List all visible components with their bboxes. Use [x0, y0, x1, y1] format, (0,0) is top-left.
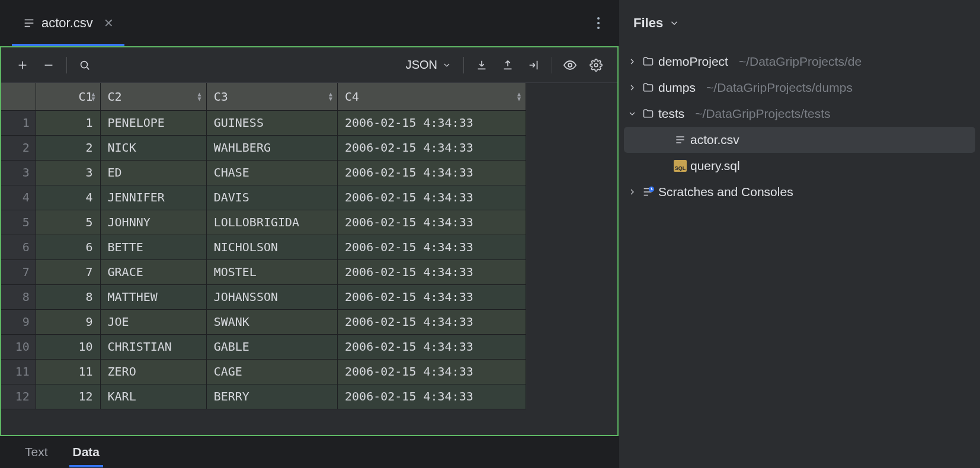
cell[interactable]: BERRY [206, 384, 337, 409]
row-number: 12 [1, 384, 36, 409]
cell[interactable]: ED [100, 160, 206, 185]
cell[interactable]: 2006-02-15 4:34:33 [338, 259, 526, 284]
cell[interactable]: MATTHEW [100, 284, 206, 309]
more-icon[interactable] [590, 15, 607, 31]
cell[interactable]: 7 [36, 259, 100, 284]
files-header[interactable]: Files [619, 0, 980, 46]
tree-node-dumps[interactable]: dumps ~/DataGripProjects/dumps [624, 75, 975, 101]
row-number: 11 [1, 359, 36, 384]
cell[interactable]: 10 [36, 334, 100, 359]
table-row[interactable]: 1010CHRISTIANGABLE2006-02-15 4:34:33 [1, 334, 526, 359]
table-row[interactable]: 77GRACEMOSTEL2006-02-15 4:34:33 [1, 259, 526, 284]
search-button[interactable] [73, 53, 97, 77]
cell[interactable]: JOE [100, 309, 206, 334]
cell[interactable]: 2006-02-15 4:34:33 [338, 309, 526, 334]
cell[interactable]: CHASE [206, 160, 337, 185]
to-editor-button[interactable] [522, 53, 546, 77]
cell[interactable]: 2006-02-15 4:34:33 [338, 110, 526, 135]
tree-node-actor-csv[interactable]: actor.csv [624, 127, 975, 153]
row-number-header[interactable] [1, 83, 36, 110]
remove-row-button[interactable] [37, 53, 60, 77]
cell[interactable]: 2006-02-15 4:34:33 [338, 334, 526, 359]
table-row[interactable]: 66BETTENICHOLSON2006-02-15 4:34:33 [1, 235, 526, 259]
cell[interactable]: WAHLBERG [206, 135, 337, 160]
cell[interactable]: JOHANSSON [206, 284, 337, 309]
table-row[interactable]: 11PENELOPEGUINESS2006-02-15 4:34:33 [1, 110, 526, 135]
tree-node-query-sql[interactable]: query.sql [624, 153, 975, 179]
chevron-down-icon [442, 60, 451, 70]
settings-button[interactable] [584, 53, 608, 77]
cell[interactable]: 6 [36, 235, 100, 259]
cell[interactable]: JOHNNY [100, 210, 206, 235]
data-grid[interactable]: C1▲▼ C2▲▼ C3▲▼ C4▲▼ 11PENELOPEGUINESS200… [1, 83, 617, 435]
column-header-c2[interactable]: C2▲▼ [100, 83, 206, 110]
cell[interactable]: 2006-02-15 4:34:33 [338, 284, 526, 309]
tree-node-tests[interactable]: tests ~/DataGripProjects/tests [624, 101, 975, 127]
cell[interactable]: CHRISTIAN [100, 334, 206, 359]
cell[interactable]: GRACE [100, 259, 206, 284]
cell[interactable]: CAGE [206, 359, 337, 384]
cell[interactable]: 2006-02-15 4:34:33 [338, 135, 526, 160]
table-row[interactable]: 22NICKWAHLBERG2006-02-15 4:34:33 [1, 135, 526, 160]
file-lines-icon [23, 17, 36, 30]
export-format-dropdown[interactable]: JSON [399, 58, 459, 72]
sort-icon: ▲▼ [517, 92, 521, 101]
column-header-c1[interactable]: C1▲▼ [36, 83, 100, 110]
cell[interactable]: PENELOPE [100, 110, 206, 135]
cell[interactable]: GUINESS [206, 110, 337, 135]
cell[interactable]: JENNIFER [100, 185, 206, 210]
chevron-down-icon [669, 18, 680, 28]
cell[interactable]: 2006-02-15 4:34:33 [338, 160, 526, 185]
add-row-button[interactable] [11, 53, 34, 77]
bottom-tabs: Text Data [0, 436, 619, 468]
cell[interactable]: 2006-02-15 4:34:33 [338, 384, 526, 409]
table-row[interactable]: 44JENNIFERDAVIS2006-02-15 4:34:33 [1, 185, 526, 210]
tab-data[interactable]: Data [69, 438, 104, 466]
cell[interactable]: 2006-02-15 4:34:33 [338, 210, 526, 235]
row-number: 2 [1, 135, 36, 160]
view-button[interactable] [558, 53, 582, 77]
cell[interactable]: 2006-02-15 4:34:33 [338, 359, 526, 384]
cell[interactable]: 9 [36, 309, 100, 334]
cell[interactable]: 12 [36, 384, 100, 409]
cell[interactable]: LOLLOBRIGIDA [206, 210, 337, 235]
tree-node-demoproject[interactable]: demoProject ~/DataGripProjects/de [624, 49, 975, 75]
table-row[interactable]: 88MATTHEWJOHANSSON2006-02-15 4:34:33 [1, 284, 526, 309]
cell[interactable]: MOSTEL [206, 259, 337, 284]
cell[interactable]: GABLE [206, 334, 337, 359]
cell[interactable]: 2006-02-15 4:34:33 [338, 185, 526, 210]
export-button[interactable] [496, 53, 520, 77]
data-view: JSON [0, 46, 619, 436]
cell[interactable]: 4 [36, 185, 100, 210]
cell[interactable]: SWANK [206, 309, 337, 334]
row-number: 9 [1, 309, 36, 334]
table-row[interactable]: 99JOESWANK2006-02-15 4:34:33 [1, 309, 526, 334]
table-row[interactable]: 1111ZEROCAGE2006-02-15 4:34:33 [1, 359, 526, 384]
cell[interactable]: BETTE [100, 235, 206, 259]
cell[interactable]: 8 [36, 284, 100, 309]
tab-text[interactable]: Text [21, 438, 52, 466]
import-button[interactable] [470, 53, 494, 77]
table-row[interactable]: 33EDCHASE2006-02-15 4:34:33 [1, 160, 526, 185]
cell[interactable]: NICK [100, 135, 206, 160]
cell[interactable]: DAVIS [206, 185, 337, 210]
cell[interactable]: NICHOLSON [206, 235, 337, 259]
close-icon[interactable]: ✕ [104, 16, 114, 30]
row-number: 3 [1, 160, 36, 185]
table-row[interactable]: 1212KARLBERRY2006-02-15 4:34:33 [1, 384, 526, 409]
row-number: 6 [1, 235, 36, 259]
cell[interactable]: 3 [36, 160, 100, 185]
cell[interactable]: 1 [36, 110, 100, 135]
cell[interactable]: ZERO [100, 359, 206, 384]
column-header-c4[interactable]: C4▲▼ [338, 83, 526, 110]
cell[interactable]: 5 [36, 210, 100, 235]
cell[interactable]: 2006-02-15 4:34:33 [338, 235, 526, 259]
cell[interactable]: KARL [100, 384, 206, 409]
tab-actor-csv[interactable]: actor.csv ✕ [12, 0, 124, 46]
sort-icon: ▲▼ [198, 92, 201, 101]
cell[interactable]: 11 [36, 359, 100, 384]
table-row[interactable]: 55JOHNNYLOLLOBRIGIDA2006-02-15 4:34:33 [1, 210, 526, 235]
tree-node-scratches[interactable]: Scratches and Consoles [624, 179, 975, 205]
cell[interactable]: 2 [36, 135, 100, 160]
column-header-c3[interactable]: C3▲▼ [206, 83, 337, 110]
